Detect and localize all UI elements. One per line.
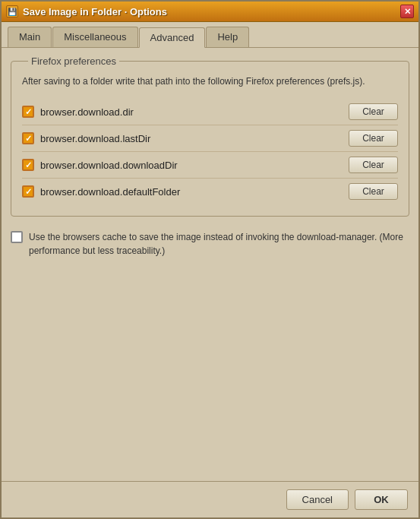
firefox-preferences-group: Firefox preferences After saving to a fo… [11, 55, 409, 217]
pref3-label: browser.download.downloadDir [40, 160, 343, 171]
pref4-clear-button[interactable]: Clear [349, 183, 398, 200]
close-button[interactable]: ✕ [400, 5, 414, 18]
pref2-clear-button[interactable]: Clear [349, 130, 398, 147]
cache-row: Use the browsers cache to save the image… [11, 227, 409, 261]
window-icon: 💾 [6, 5, 18, 17]
titlebar: 💾 Save Image in Folder · Options ✕ [2, 2, 418, 22]
pref-row-1: browser.download.dir Clear [22, 99, 398, 125]
ok-button[interactable]: OK [355, 489, 408, 510]
tab-miscellaneous[interactable]: Miscellaneous [52, 27, 137, 47]
pref-row-4: browser.download.defaultFolder Clear [22, 179, 398, 205]
tab-advanced[interactable]: Advanced [139, 27, 206, 48]
tab-content-advanced: Firefox preferences After saving to a fo… [2, 47, 418, 481]
tab-help[interactable]: Help [206, 27, 249, 47]
cache-checkbox[interactable] [11, 231, 23, 243]
pref1-label: browser.download.dir [40, 106, 343, 118]
pref4-checkbox[interactable] [22, 185, 34, 198]
cache-label: Use the browsers cache to save the image… [29, 230, 409, 258]
pref4-label: browser.download.defaultFolder [40, 186, 343, 198]
tabs-bar: Main Miscellaneous Advanced Help [2, 22, 418, 47]
pref1-clear-button[interactable]: Clear [349, 103, 398, 120]
pref3-clear-button[interactable]: Clear [349, 157, 398, 173]
footer: Cancel OK [2, 481, 418, 517]
pref-row-3: browser.download.downloadDir Clear [22, 152, 398, 179]
cancel-button[interactable]: Cancel [286, 489, 349, 510]
main-window: 💾 Save Image in Folder · Options ✕ Main … [0, 0, 420, 519]
tab-main[interactable]: Main [8, 27, 52, 47]
fieldset-legend: Firefox preferences [28, 55, 119, 67]
pref2-checkbox[interactable] [22, 132, 34, 144]
pref2-label: browser.download.lastDir [40, 133, 343, 144]
pref-row-2: browser.download.lastDir Clear [22, 125, 398, 152]
window-title: Save Image in Folder · Options [23, 6, 396, 17]
pref3-checkbox[interactable] [22, 159, 34, 171]
fieldset-description: After saving to a folder write that path… [22, 74, 398, 88]
pref1-checkbox[interactable] [22, 106, 34, 118]
